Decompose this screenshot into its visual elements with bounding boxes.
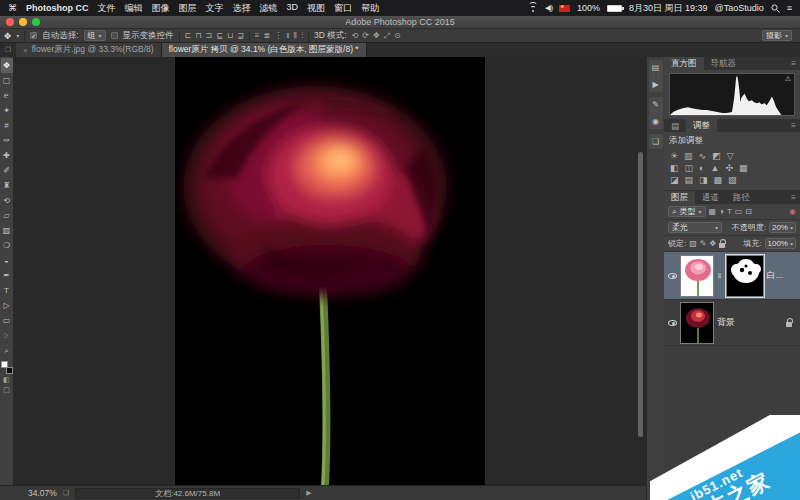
gradient-map-icon[interactable]: ▩ bbox=[714, 175, 723, 185]
align-bottom-icon[interactable]: ⊒ bbox=[237, 31, 244, 40]
workspace-switcher[interactable]: 摄影 ▾ bbox=[762, 30, 792, 41]
lock-position-icon[interactable]: ✥ bbox=[710, 239, 717, 248]
lock-all-icon[interactable] bbox=[719, 243, 725, 248]
layer-row-white-version[interactable]: ∞ 白... bbox=[664, 252, 800, 300]
posterize-icon[interactable]: ▤ bbox=[685, 175, 694, 185]
black-white-icon[interactable]: ◐ bbox=[699, 163, 704, 173]
filter-smartobject-icon[interactable]: ⊡ bbox=[745, 207, 752, 216]
tab-layers[interactable]: 图层 bbox=[664, 191, 695, 204]
curves-icon[interactable]: ∿ bbox=[699, 151, 707, 161]
menu-layer[interactable]: 图层 bbox=[179, 2, 197, 15]
brush-panel-icon[interactable]: ✎ bbox=[652, 100, 659, 109]
filter-toggle-icon[interactable]: ◉ bbox=[789, 207, 796, 216]
lasso-tool[interactable]: ℮ bbox=[1, 88, 13, 103]
type-tool[interactable]: T bbox=[1, 283, 13, 298]
menu-type[interactable]: 文字 bbox=[206, 2, 224, 15]
screen-mode-button[interactable]: ▢ bbox=[3, 386, 10, 394]
layer-mask-thumbnail[interactable] bbox=[726, 255, 764, 297]
close-tab-icon[interactable]: × bbox=[23, 46, 28, 55]
channel-mixer-icon[interactable]: ✣ bbox=[725, 163, 733, 173]
shape-tool[interactable]: ▭ bbox=[1, 313, 13, 328]
menu-view[interactable]: 视图 bbox=[307, 2, 325, 15]
align-vcenter-icon[interactable]: ⊔ bbox=[227, 31, 233, 40]
auto-select-checkbox[interactable]: ✓ bbox=[30, 32, 37, 39]
pen-tool[interactable]: ✒ bbox=[1, 268, 13, 283]
history-brush-tool[interactable]: ⟲ bbox=[1, 193, 13, 208]
fill-input[interactable]: 100% ▾ bbox=[765, 238, 796, 249]
actions-panel-icon[interactable]: ▶ bbox=[652, 80, 658, 89]
hue-saturation-icon[interactable]: ◧ bbox=[670, 163, 679, 173]
layer-mask-link-icon[interactable]: ∞ bbox=[715, 273, 724, 279]
menu-filter[interactable]: 滤镜 bbox=[260, 2, 278, 15]
quick-mask-button[interactable]: ◧ bbox=[3, 376, 10, 384]
exposure-icon[interactable]: ◩ bbox=[712, 151, 721, 161]
tab-paths[interactable]: 路径 bbox=[726, 191, 757, 204]
path-select-tool[interactable]: ▷ bbox=[1, 298, 13, 313]
3d-drag-icon[interactable]: ✥ bbox=[373, 31, 380, 41]
panel-menu-icon[interactable]: ≡ bbox=[787, 57, 800, 70]
quick-select-tool[interactable]: ✦ bbox=[1, 103, 13, 118]
menu-image[interactable]: 图像 bbox=[152, 2, 170, 15]
apple-menu-icon[interactable]: ⌘ bbox=[8, 3, 17, 13]
menu-select[interactable]: 选择 bbox=[233, 2, 251, 15]
clone-stamp-tool[interactable]: ♜ bbox=[1, 178, 13, 193]
status-menu-arrow-icon[interactable]: ▶ bbox=[306, 489, 311, 497]
3d-slide-icon[interactable]: ⤢ bbox=[384, 31, 390, 41]
align-right-icon[interactable]: ⊐ bbox=[205, 31, 212, 40]
move-tool[interactable]: ✥ bbox=[1, 58, 13, 73]
color-lookup-icon[interactable]: ▦ bbox=[739, 163, 748, 173]
eraser-tool[interactable]: ▱ bbox=[1, 208, 13, 223]
threshold-icon[interactable]: ◨ bbox=[699, 175, 708, 185]
3d-roll-icon[interactable]: ⟳ bbox=[362, 31, 369, 41]
hand-tool[interactable]: ☞ bbox=[1, 328, 13, 343]
menu-edit[interactable]: 编辑 bbox=[125, 2, 143, 15]
marquee-tool[interactable]: ▢ bbox=[1, 73, 13, 88]
layer-visibility-eye-icon[interactable] bbox=[668, 320, 677, 326]
lock-transparent-icon[interactable]: ▨ bbox=[689, 239, 697, 248]
menubar-account[interactable]: @TaoStudio bbox=[715, 3, 764, 13]
vertical-scrollbar[interactable] bbox=[638, 152, 643, 437]
eyedropper-tool[interactable]: ✑ bbox=[1, 133, 13, 148]
menu-window[interactable]: 窗口 bbox=[334, 2, 352, 15]
layer-thumbnail[interactable] bbox=[680, 255, 714, 297]
document-canvas[interactable] bbox=[175, 57, 485, 485]
brush-tool[interactable]: ✐ bbox=[1, 163, 13, 178]
filter-shape-icon[interactable]: ▭ bbox=[735, 207, 743, 216]
libraries-panel-icon[interactable]: ▤ bbox=[652, 63, 660, 72]
invert-icon[interactable]: ◪ bbox=[670, 175, 679, 185]
auto-select-dropdown[interactable]: 组 ▾ bbox=[84, 30, 106, 41]
menu-help[interactable]: 帮助 bbox=[361, 2, 379, 15]
layer-row-background[interactable]: 背景 bbox=[664, 300, 800, 346]
menu-3d[interactable]: 3D bbox=[287, 2, 299, 15]
filter-type-icon[interactable]: T bbox=[727, 207, 732, 216]
lock-pixels-icon[interactable]: ✎ bbox=[700, 239, 707, 248]
tool-preset-caret-icon[interactable]: ▾ bbox=[16, 32, 19, 39]
photo-filter-icon[interactable]: ▲ bbox=[710, 163, 719, 173]
align-left-icon[interactable]: ⊏ bbox=[185, 31, 192, 40]
filter-adjustment-icon[interactable]: ◑ bbox=[719, 207, 724, 216]
layer-filter-dropdown[interactable]: ⌕ 类型 ▾ bbox=[668, 206, 706, 217]
distribute-bottom-icon[interactable]: ⋮ bbox=[274, 31, 282, 41]
background-color-swatch[interactable] bbox=[6, 367, 13, 374]
zoom-level[interactable]: 34.07% bbox=[28, 488, 57, 498]
3d-rotate-icon[interactable]: ⟲ bbox=[352, 31, 359, 41]
gradient-tool[interactable]: ▨ bbox=[1, 223, 13, 238]
levels-icon[interactable]: ▥ bbox=[684, 151, 693, 161]
panel-menu-icon[interactable]: ≡ bbox=[787, 119, 800, 132]
volume-icon[interactable]: ◀)) bbox=[545, 4, 552, 12]
info-panel-icon[interactable]: ◉ bbox=[652, 117, 659, 126]
menubar-clock[interactable]: 8月30日 周日 19:39 bbox=[629, 2, 708, 15]
opacity-input[interactable]: 20% ▾ bbox=[769, 222, 796, 233]
clone-source-panel-icon[interactable]: ❏ bbox=[652, 137, 659, 146]
align-top-icon[interactable]: ⊑ bbox=[216, 31, 223, 40]
document-info[interactable]: 文档:42.6M/75.8M bbox=[75, 488, 300, 499]
input-language-flag-icon[interactable] bbox=[559, 5, 570, 12]
canvas-area[interactable] bbox=[14, 57, 646, 485]
cached-data-warning-icon[interactable]: ⚠ bbox=[785, 75, 791, 82]
zoom-window-button[interactable] bbox=[32, 18, 40, 26]
layer-thumbnail[interactable] bbox=[680, 302, 714, 344]
minimize-window-button[interactable] bbox=[19, 18, 27, 26]
close-window-button[interactable] bbox=[6, 18, 14, 26]
foreground-color-swatch[interactable] bbox=[1, 361, 8, 368]
brightness-contrast-icon[interactable]: ☀ bbox=[670, 151, 678, 161]
